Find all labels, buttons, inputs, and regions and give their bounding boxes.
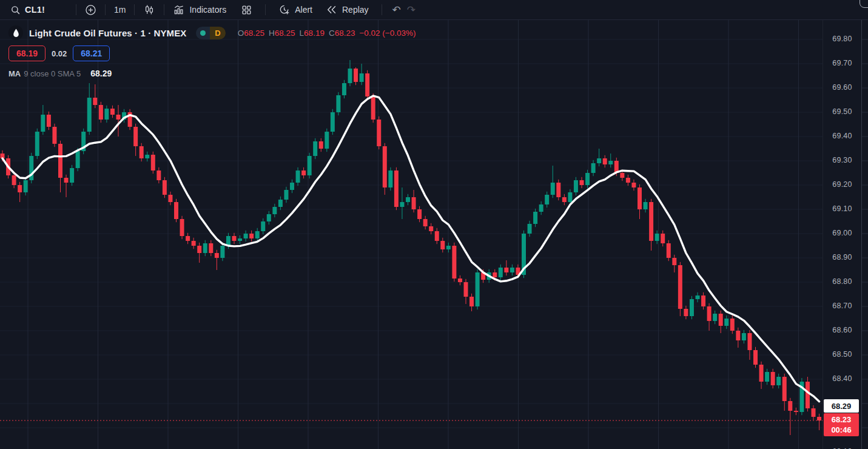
- open-value: 68.25: [244, 29, 264, 38]
- indicator-name: MA: [8, 69, 21, 78]
- replay-label: Replay: [342, 5, 369, 15]
- axis-tick: 68.60: [823, 326, 861, 334]
- buy-ask-button[interactable]: 68.21: [73, 46, 110, 61]
- redo-arrow-icon: ↷: [407, 5, 415, 15]
- indicators-icon: [173, 4, 185, 16]
- symbol-name: CL1!: [25, 5, 45, 15]
- toolbar-separator: [105, 4, 106, 15]
- axis-tick: 69.60: [823, 83, 861, 92]
- symbol-legend[interactable]: Light Crude Oil Futures · 1 · NYMEX D O6…: [8, 25, 416, 40]
- ohlc-legend: O68.25 H68.25 L68.19 C68.23 −0.02 (−0.03…: [238, 29, 416, 38]
- axis-tick: 69.70: [823, 59, 861, 67]
- plus-circle-icon: [85, 4, 96, 16]
- change-value: −0.02 (−0.03%): [359, 29, 415, 38]
- indicator-value: 68.29: [90, 69, 112, 78]
- window-corner-button[interactable]: [860, 0, 868, 8]
- ma-axis-value: 68.29: [832, 402, 852, 411]
- search-icon: [10, 5, 21, 15]
- price-axis[interactable]: 68.29 68.23 00:46 69.8069.7069.6069.5069…: [823, 20, 861, 449]
- close-key: C: [329, 29, 335, 38]
- symbol-search-button[interactable]: CL1!: [5, 1, 50, 18]
- axis-edge-strip[interactable]: [861, 20, 868, 449]
- toolbar-separator: [76, 4, 76, 15]
- market-open-dot: [200, 30, 206, 36]
- axis-tick: 69.00: [823, 229, 861, 237]
- session-status-pill[interactable]: D: [196, 27, 225, 39]
- axis-tick: 69.50: [823, 107, 861, 116]
- candlestick-icon: [143, 4, 155, 16]
- indicators-label: Indicators: [189, 5, 226, 15]
- low-key: L: [300, 29, 304, 38]
- open-key: O: [238, 29, 244, 38]
- axis-tick: 68.70: [823, 302, 861, 310]
- last-price-axis-label: 68.23 00:46: [824, 413, 859, 436]
- toolbar-separator: [265, 4, 266, 15]
- axis-tick: 68.90: [823, 253, 861, 262]
- symbol-title[interactable]: Light Crude Oil Futures · 1 · NYMEX: [29, 28, 186, 38]
- grid-templates-icon: [241, 4, 252, 16]
- toolbar-separator: [134, 4, 135, 15]
- undo-button[interactable]: ↶: [389, 1, 404, 18]
- undo-arrow-icon: ↶: [392, 5, 401, 15]
- indicator-params: 9 close 0 SMA 5: [24, 69, 81, 78]
- session-badge: D: [210, 27, 225, 39]
- axis-tick: 68.40: [823, 374, 861, 383]
- replay-button[interactable]: Replay: [320, 1, 374, 18]
- axis-tick: 69.80: [823, 35, 861, 43]
- market-open-dot-wrap: [196, 27, 210, 39]
- toolbar-separator: [164, 4, 164, 15]
- axis-tick: 69.30: [823, 156, 861, 164]
- price-chart-canvas[interactable]: [0, 0, 868, 449]
- axis-tick: 68.80: [823, 277, 861, 286]
- indicator-templates-button[interactable]: [235, 1, 258, 18]
- axis-tick: 69.10: [823, 204, 861, 213]
- last-price-value: 68.23: [832, 414, 852, 425]
- candles-layer: [1, 60, 822, 435]
- grid-lines: [0, 20, 868, 449]
- close-value: 68.23: [335, 29, 355, 38]
- ma-axis-label: 68.29: [824, 399, 859, 413]
- bar-countdown: 00:46: [831, 425, 851, 435]
- high-key: H: [269, 29, 275, 38]
- top-toolbar: CL1! 1m Indicators: [0, 0, 868, 20]
- high-value: 68.25: [275, 29, 295, 38]
- chart-style-button[interactable]: [138, 1, 161, 18]
- alert-label: Alert: [295, 5, 312, 15]
- spread-value: 0.02: [52, 49, 67, 58]
- ma-line: [2, 96, 819, 402]
- axis-tick: 69.40: [823, 132, 861, 140]
- compare-add-button[interactable]: [79, 1, 102, 18]
- low-value: 68.19: [304, 29, 325, 38]
- alert-button[interactable]: Alert: [273, 1, 318, 18]
- redo-button[interactable]: ↷: [404, 1, 419, 18]
- toolbar-separator: [382, 4, 382, 15]
- axis-tick: 68.50: [823, 350, 861, 359]
- sell-bid-button[interactable]: 68.19: [8, 46, 45, 61]
- interval-button[interactable]: 1m: [109, 1, 131, 18]
- indicator-legend[interactable]: MA 9 close 0 SMA 5 68.29: [8, 69, 112, 78]
- axis-tick: 69.20: [823, 180, 861, 189]
- rewind-icon: [326, 4, 338, 16]
- alarm-clock-icon: [278, 4, 291, 16]
- oil-droplet-icon: [8, 25, 23, 40]
- indicators-button[interactable]: Indicators: [167, 1, 232, 18]
- bid-ask-row: 68.19 0.02 68.21: [8, 46, 110, 61]
- interval-label: 1m: [114, 5, 126, 15]
